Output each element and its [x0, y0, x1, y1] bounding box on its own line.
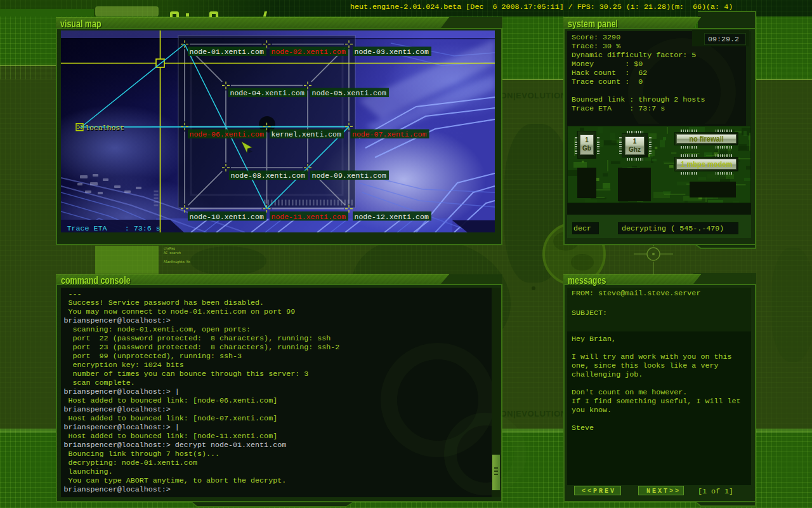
svg-text:Trace ETA : 73:6 s: Trace ETA : 73:6 s — [67, 224, 160, 232]
svg-text:node-09.xenti.com: node-09.xenti.com — [312, 171, 386, 180]
svg-text:node-07.xenti.com: node-07.xenti.com — [352, 130, 426, 138]
svg-text:node-11.xenti.com: node-11.xenti.com — [272, 213, 346, 221]
svg-text:localhost: localhost — [85, 124, 124, 132]
svg-text:node-02.xenti.com: node-02.xenti.com — [272, 48, 346, 56]
svg-text:node-04.xenti.com: node-04.xenti.com — [230, 89, 304, 97]
svg-text:node-05.xenti.com: node-05.xenti.com — [312, 89, 386, 97]
svg-text:node-03.xenti.com: node-03.xenti.com — [355, 48, 429, 56]
svg-text:kernel.xenti.com: kernel.xenti.com — [272, 130, 342, 138]
svg-text:node-12.xenti.com: node-12.xenti.com — [355, 213, 429, 221]
svg-text:node-01.xenti.com: node-01.xenti.com — [190, 48, 264, 56]
svg-text:node-08.xenti.com: node-08.xenti.com — [231, 171, 305, 180]
svg-text:node-10.xenti.com: node-10.xenti.com — [190, 213, 264, 221]
svg-text:node-06.xenti.com: node-06.xenti.com — [190, 130, 264, 138]
